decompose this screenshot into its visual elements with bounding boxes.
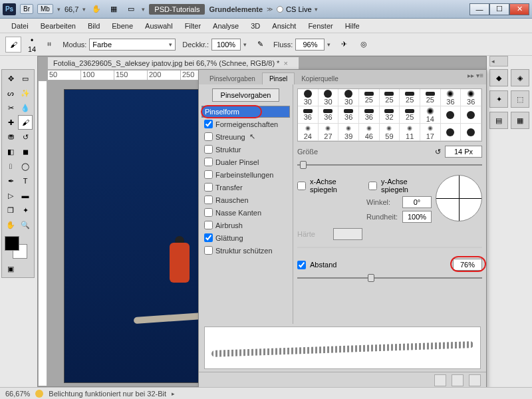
opt-transfer[interactable]: Transfer [201,181,290,194]
screenmode-icon[interactable]: ▭ [124,3,138,16]
brush-tip[interactable]: 46 [359,124,380,141]
blend-mode-select[interactable]: Farbe▾ [89,39,176,51]
size-reset-icon[interactable]: ↺ [435,148,441,156]
opt-color-dynamics[interactable]: Farbeinstellungen [201,168,290,181]
gradient-tool[interactable]: ◼ [18,144,33,159]
window-close-button[interactable]: ✕ [509,3,529,15]
brush-preview-button[interactable]: • 14 [28,36,36,53]
3d-camera-tool[interactable]: ✦ [18,203,33,217]
angle-roundness-widget[interactable] [436,175,482,221]
brush-tip[interactable]: 25 [400,89,420,106]
history-dropdown-icon[interactable]: ▾ [57,6,61,13]
eraser-tool[interactable]: ◧ [3,144,18,159]
flow-dropdown-icon[interactable]: ▾ [327,41,331,48]
chk-scattering[interactable] [204,132,213,141]
lasso-tool[interactable]: ᔕ [3,86,18,100]
screenmode-dropdown-icon[interactable]: ▾ [142,6,145,13]
panel-icon-e[interactable]: ⬚ [511,90,529,108]
size-input[interactable]: 14 Px [445,146,482,158]
brush-tip[interactable]: 11 [400,124,420,141]
panel-icon-c[interactable]: ▤ [489,112,508,129]
chk-transfer[interactable] [204,183,213,192]
opt-shape-dynamics[interactable]: Formeigenschaften [201,118,290,130]
tab-brush[interactable]: Pinsel [262,72,295,84]
brush-tip[interactable]: 36 [359,106,380,124]
canvas[interactable] [65,90,211,382]
brush-tip[interactable]: 25 [380,89,400,106]
tablet-size-icon[interactable]: ◎ [357,38,370,51]
brush-tip[interactable] [441,106,462,124]
menu-auswahl[interactable]: Auswahl [139,21,179,31]
panel-collapse-icon[interactable]: ▸▸ ▾≡ [467,72,483,79]
brush-tip[interactable]: 39 [338,124,359,141]
hand-tool[interactable]: ✋ [3,217,18,232]
menu-bild[interactable]: Bild [82,21,106,31]
move-tool[interactable]: ✥ [3,71,18,86]
brush-tip[interactable]: 25 [400,106,420,124]
opt-texture[interactable]: Struktur [201,143,290,156]
angle-input[interactable]: 0° [402,196,432,208]
brush-tip[interactable]: 24 [298,124,319,141]
brush-tool[interactable]: 🖌 [18,115,33,130]
brush-tip[interactable]: 14 [420,106,441,124]
minibridge-button[interactable]: Mb [37,4,53,14]
delete-brush-icon[interactable] [469,374,481,386]
flow-input[interactable]: 96% [295,39,325,51]
brush-tip[interactable]: 30 [319,89,339,106]
toggle-preview-icon[interactable] [434,374,446,386]
foreground-color-swatch[interactable] [5,236,19,251]
brush-panel-toggle-icon[interactable]: ⌗ [43,38,56,51]
tool-preset-button[interactable]: 🖌 [5,37,21,53]
history-brush-tool[interactable]: ↺ [18,130,33,144]
menu-hilfe[interactable]: Hilfe [339,21,366,31]
menu-ansicht[interactable]: Ansicht [266,21,302,31]
opt-airbrush[interactable]: Airbrush [201,219,290,231]
status-menu-icon[interactable]: ▸ [172,390,175,397]
status-zoom[interactable]: 66,67% [5,390,30,398]
spacing-input[interactable]: 76% [453,259,482,271]
brush-presets-button[interactable]: Pinselvorgaben [212,88,280,102]
brush-tip[interactable]: 36 [298,106,319,124]
chk-shape-dynamics[interactable] [204,120,213,128]
opt-tip-shape[interactable]: Pinselform [201,106,290,118]
opt-noise[interactable]: Rauschen [201,194,290,206]
opt-scattering[interactable]: Streuung↖ [201,130,290,143]
chk-flip-y[interactable] [368,182,377,190]
brush-tip[interactable] [441,124,462,141]
brush-tip-grid[interactable]: 30303025252525363636363636322514 2427394… [297,88,482,142]
grid-icon[interactable]: ▦ [107,3,120,16]
panel-icon-b[interactable]: ✦ [489,90,508,108]
pen-tool[interactable]: ✒ [3,174,18,188]
right-collapsed-panel[interactable]: ◂ [489,56,508,66]
brush-tip[interactable]: 36 [338,106,359,124]
crop-tool[interactable]: ✂ [3,100,18,115]
window-maximize-button[interactable]: ☐ [489,3,509,15]
brush-tip[interactable]: 36 [319,106,339,124]
chk-wet-edges[interactable] [204,208,213,217]
panel-icon-f[interactable]: ▦ [511,112,529,129]
menu-3d[interactable]: 3D [245,21,266,31]
size-slider[interactable] [297,160,482,170]
bridge-button[interactable]: Br [20,4,33,14]
brush-tip[interactable] [461,124,481,141]
opt-dual-brush[interactable]: Dualer Pinsel [201,156,290,168]
shape-tool[interactable]: ▬ [18,188,33,203]
brush-tip[interactable]: 32 [380,106,400,124]
chk-dual-brush[interactable] [204,158,213,166]
workspace-name[interactable]: Grundelemente [209,5,263,13]
document-tab-close-icon[interactable]: × [283,59,287,67]
menu-filter[interactable]: Filter [179,21,207,31]
menu-bearbeiten[interactable]: Bearbeiten [35,21,82,31]
opt-smoothing[interactable]: Glättung [201,231,290,244]
cs-live-button[interactable]: CS Live ▾ [277,5,318,13]
menu-ebene[interactable]: Ebene [106,21,139,31]
opacity-input[interactable]: 100% [211,39,241,51]
brush-tip[interactable]: 30 [338,89,359,106]
brush-tip[interactable]: 59 [380,124,400,141]
menu-analyse[interactable]: Analyse [207,21,245,31]
menu-fenster[interactable]: Fenster [302,21,338,31]
airbrush-toggle-icon[interactable]: ✈ [337,38,350,51]
brush-tip[interactable]: 17 [420,124,441,141]
zoom-tool[interactable]: 🔍 [18,217,33,232]
3d-tool[interactable]: ❒ [3,203,18,217]
